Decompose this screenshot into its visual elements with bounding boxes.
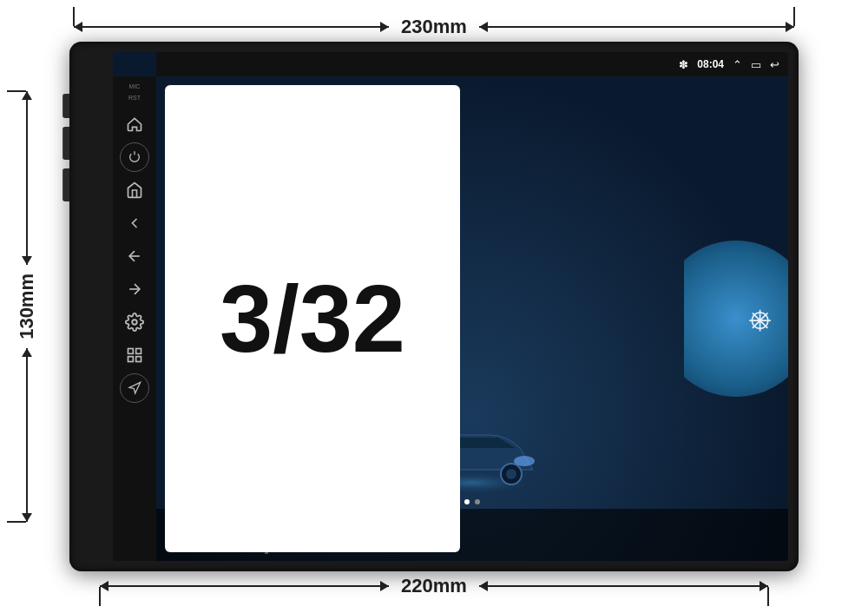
svg-point-12 [506,469,516,479]
window-icon: ▭ [751,58,761,71]
page-dots [464,499,480,504]
nav-home-icon[interactable] [120,109,149,139]
side-buttons [62,94,69,201]
bottom-dimension-label: 220mm [389,575,479,597]
top-dim-line-left [74,26,389,28]
main-content: 3/32 ⎈ ⍒ ▷ ⍑ [156,76,788,561]
right-decoration: ⎈ [684,76,788,561]
nav-vol-down-icon[interactable] [120,241,149,271]
nav-vol-up-icon[interactable] [120,274,149,304]
dot-2 [475,499,480,504]
svg-rect-3 [128,349,134,354]
bottom-dim-line-left [100,585,389,587]
nav-settings-icon[interactable] [120,307,149,337]
mic-label: MIC [129,83,141,89]
overlay-text: 3/32 [220,271,405,366]
overlay-card: 3/32 [165,85,460,552]
status-bar: ✽ 08:04 ⌃ ▭ ↩ [156,52,788,76]
bottom-dim-line-right [479,585,768,587]
dot-1 [464,499,470,504]
left-dim-line-top [26,91,28,265]
side-btn-3[interactable] [62,168,69,201]
svg-rect-6 [136,357,141,362]
bluetooth-large-icon: ⎈ [749,298,771,339]
bluetooth-status-icon: ✽ [679,58,688,71]
nav-navigation-icon[interactable] [120,373,149,403]
top-dimension: 230mm [74,16,794,38]
status-time: 08:04 [697,58,724,70]
svg-point-2 [132,320,137,325]
rst-label: RST [128,95,141,101]
left-dimension: 130mm [16,91,38,522]
svg-point-13 [514,456,535,466]
side-btn-1[interactable] [62,94,69,118]
nav-apps-icon[interactable] [120,340,149,370]
svg-marker-7 [129,382,141,393]
left-dim-line-bottom [26,348,28,522]
top-dimension-label: 230mm [389,16,479,38]
top-dim-line-right [479,26,794,28]
left-nav: MIC RST [113,76,156,561]
blue-circle [684,241,788,397]
back-icon: ↩ [770,58,779,71]
signal-icon: ⌃ [733,58,742,71]
device-shell: ✽ 08:04 ⌃ ▭ ↩ MIC RST [69,42,799,571]
svg-rect-4 [136,349,141,354]
side-btn-2[interactable] [62,127,69,160]
bottom-dimension: 220mm [100,575,768,597]
left-dimension-label: 130mm [16,265,38,348]
screen: ✽ 08:04 ⌃ ▭ ↩ MIC RST [113,52,788,561]
nav-house-icon[interactable] [120,175,149,205]
nav-power-icon[interactable] [120,142,149,172]
nav-back-icon[interactable] [120,208,149,238]
svg-rect-5 [128,357,134,362]
